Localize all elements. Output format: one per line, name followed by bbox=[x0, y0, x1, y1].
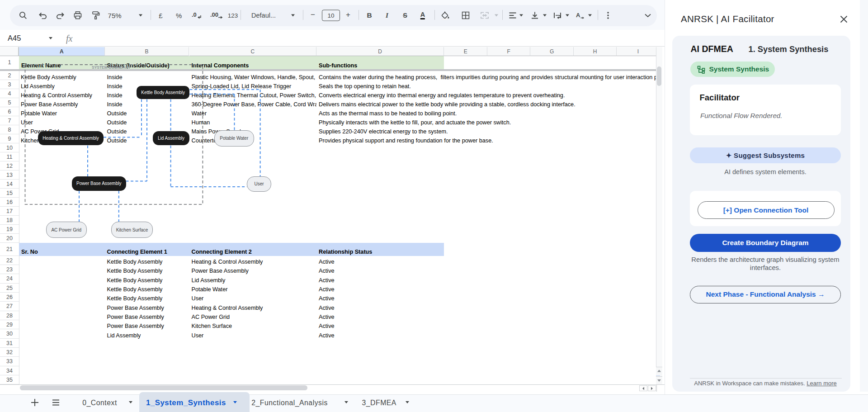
svg-text:.00: .00 bbox=[210, 11, 218, 18]
svg-text:.0: .0 bbox=[192, 11, 197, 18]
svg-text:A: A bbox=[576, 12, 580, 19]
